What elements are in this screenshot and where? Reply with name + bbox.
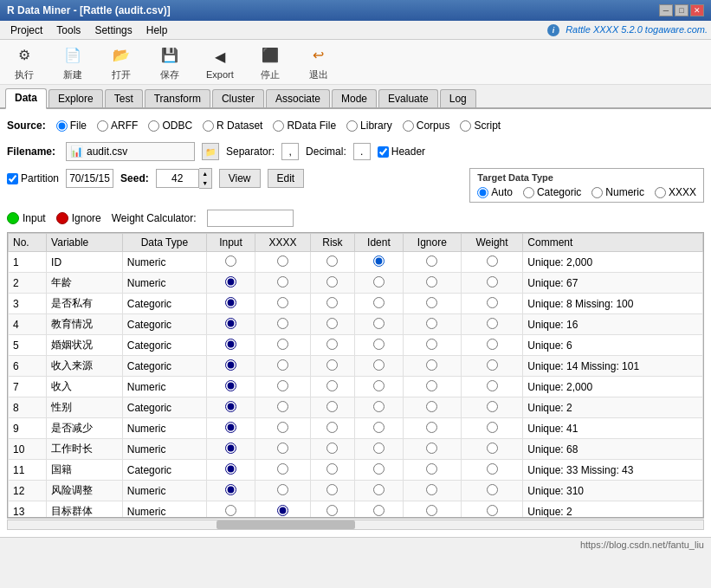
- cell-xxxx[interactable]: [255, 481, 311, 501]
- partition-checkbox-label[interactable]: Partition: [7, 172, 59, 184]
- target-auto[interactable]: Auto: [477, 186, 513, 198]
- cell-weight[interactable]: [461, 252, 523, 273]
- source-arff[interactable]: ARFF: [97, 120, 138, 132]
- cell-xxxx[interactable]: [255, 335, 311, 356]
- cell-risk[interactable]: [310, 273, 354, 294]
- cell-risk[interactable]: [310, 460, 354, 481]
- source-script[interactable]: Script: [460, 120, 501, 132]
- cell-ignore[interactable]: [403, 294, 461, 314]
- cell-ident[interactable]: [354, 294, 403, 314]
- cell-weight[interactable]: [461, 397, 523, 418]
- save-button[interactable]: 💾 保存: [152, 42, 187, 83]
- cell-ident[interactable]: [354, 397, 403, 418]
- cell-xxxx[interactable]: [255, 501, 311, 519]
- cell-input[interactable]: [207, 273, 255, 294]
- cell-weight[interactable]: [461, 418, 523, 439]
- tab-test[interactable]: Test: [105, 89, 143, 107]
- cell-ignore[interactable]: [403, 460, 461, 481]
- cell-weight[interactable]: [461, 439, 523, 460]
- view-button[interactable]: View: [219, 169, 261, 188]
- cell-input[interactable]: [207, 439, 255, 460]
- cell-risk[interactable]: [310, 252, 354, 273]
- cell-ident[interactable]: [354, 481, 403, 501]
- cell-risk[interactable]: [310, 314, 354, 335]
- cell-risk[interactable]: [310, 356, 354, 377]
- cell-ident[interactable]: [354, 273, 403, 294]
- cell-input[interactable]: [207, 377, 255, 397]
- exit-button[interactable]: ↩ 退出: [301, 42, 336, 83]
- cell-risk[interactable]: [310, 397, 354, 418]
- source-rdataset[interactable]: R Dataset: [203, 120, 262, 132]
- cell-input[interactable]: [207, 356, 255, 377]
- source-file[interactable]: File: [56, 120, 87, 132]
- separator-input[interactable]: [281, 143, 299, 160]
- decimal-input[interactable]: [353, 143, 371, 160]
- partition-input[interactable]: [66, 169, 113, 188]
- cell-weight[interactable]: [461, 501, 523, 519]
- cell-weight[interactable]: [461, 460, 523, 481]
- cell-weight[interactable]: [461, 335, 523, 356]
- execute-button[interactable]: ⚙ 执行: [7, 42, 42, 83]
- target-numeric[interactable]: Numeric: [591, 186, 644, 198]
- cell-ident[interactable]: [354, 439, 403, 460]
- cell-input[interactable]: [207, 481, 255, 501]
- cell-input[interactable]: [207, 335, 255, 356]
- cell-ident[interactable]: [354, 418, 403, 439]
- source-library[interactable]: Library: [346, 120, 392, 132]
- cell-xxxx[interactable]: [255, 273, 311, 294]
- cell-risk[interactable]: [310, 294, 354, 314]
- tab-mode[interactable]: Mode: [332, 89, 377, 107]
- menu-project[interactable]: Project: [3, 23, 49, 38]
- edit-button[interactable]: Edit: [268, 169, 305, 188]
- cell-input[interactable]: [207, 397, 255, 418]
- target-categoric[interactable]: Categoric: [523, 186, 581, 198]
- source-rdatafile[interactable]: RData File: [273, 120, 336, 132]
- cell-xxxx[interactable]: [255, 439, 311, 460]
- cell-weight[interactable]: [461, 377, 523, 397]
- cell-ignore[interactable]: [403, 335, 461, 356]
- cell-ignore[interactable]: [403, 481, 461, 501]
- header-checkbox-label[interactable]: Header: [378, 145, 425, 158]
- cell-ident[interactable]: [354, 460, 403, 481]
- header-checkbox[interactable]: [378, 146, 389, 158]
- cell-xxxx[interactable]: [255, 294, 311, 314]
- seed-down-button[interactable]: ▼: [199, 178, 211, 188]
- cell-xxxx[interactable]: [255, 418, 311, 439]
- target-xxxx[interactable]: XXXX: [655, 186, 696, 198]
- menu-settings[interactable]: Settings: [87, 23, 139, 38]
- cell-input[interactable]: [207, 501, 255, 519]
- new-button[interactable]: 📄 新建: [55, 42, 90, 83]
- cell-risk[interactable]: [310, 439, 354, 460]
- cell-ident[interactable]: [354, 377, 403, 397]
- cell-ignore[interactable]: [403, 377, 461, 397]
- cell-input[interactable]: [207, 418, 255, 439]
- cell-input[interactable]: [207, 252, 255, 273]
- cell-ignore[interactable]: [403, 252, 461, 273]
- cell-ignore[interactable]: [403, 397, 461, 418]
- cell-risk[interactable]: [310, 377, 354, 397]
- menu-tools[interactable]: Tools: [49, 23, 87, 38]
- partition-checkbox[interactable]: [7, 173, 18, 184]
- minimize-button[interactable]: ─: [659, 4, 673, 16]
- tab-data[interactable]: Data: [5, 88, 47, 109]
- maximize-button[interactable]: □: [675, 4, 688, 16]
- tab-transform[interactable]: Transform: [145, 89, 210, 107]
- cell-risk[interactable]: [310, 501, 354, 519]
- cell-ignore[interactable]: [403, 418, 461, 439]
- cell-ignore[interactable]: [403, 273, 461, 294]
- cell-risk[interactable]: [310, 335, 354, 356]
- cell-xxxx[interactable]: [255, 252, 311, 273]
- horizontal-scrollbar[interactable]: [7, 518, 704, 530]
- tab-log[interactable]: Log: [440, 89, 476, 107]
- cell-xxxx[interactable]: [255, 314, 311, 335]
- cell-ignore[interactable]: [403, 356, 461, 377]
- tab-associate[interactable]: Associate: [266, 89, 330, 107]
- seed-input[interactable]: [156, 169, 199, 188]
- cell-weight[interactable]: [461, 273, 523, 294]
- cell-xxxx[interactable]: [255, 397, 311, 418]
- cell-xxxx[interactable]: [255, 356, 311, 377]
- cell-ident[interactable]: [354, 314, 403, 335]
- export-button[interactable]: ◀ Export: [201, 42, 239, 81]
- source-corpus[interactable]: Corpus: [403, 120, 450, 132]
- source-odbc[interactable]: ODBC: [148, 120, 192, 132]
